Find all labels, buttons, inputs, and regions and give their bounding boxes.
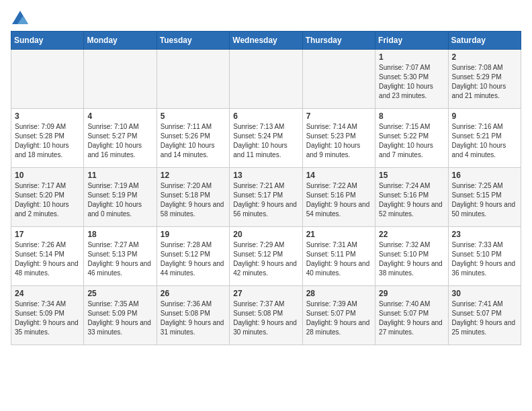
day-info: Sunrise: 7:28 AM Sunset: 5:12 PM Dayligh… bbox=[161, 240, 226, 278]
logo bbox=[11, 11, 28, 24]
calendar-cell: 11Sunrise: 7:19 AM Sunset: 5:19 PM Dayli… bbox=[84, 168, 157, 227]
day-info: Sunrise: 7:15 AM Sunset: 5:22 PM Dayligh… bbox=[379, 122, 444, 160]
day-number: 13 bbox=[233, 171, 298, 180]
day-number: 29 bbox=[379, 289, 444, 298]
day-info: Sunrise: 7:21 AM Sunset: 5:17 PM Dayligh… bbox=[233, 181, 298, 219]
calendar-header-row: SundayMondayTuesdayWednesdayThursdayFrid… bbox=[11, 32, 521, 50]
calendar-cell: 8Sunrise: 7:15 AM Sunset: 5:22 PM Daylig… bbox=[375, 109, 448, 168]
calendar-cell: 26Sunrise: 7:36 AM Sunset: 5:08 PM Dayli… bbox=[157, 286, 229, 345]
day-info: Sunrise: 7:34 AM Sunset: 5:09 PM Dayligh… bbox=[15, 300, 80, 337]
day-number: 26 bbox=[161, 289, 226, 298]
day-number: 24 bbox=[15, 289, 80, 298]
calendar-cell bbox=[84, 50, 157, 109]
calendar-cell: 7Sunrise: 7:14 AM Sunset: 5:23 PM Daylig… bbox=[302, 109, 375, 168]
day-info: Sunrise: 7:25 AM Sunset: 5:15 PM Dayligh… bbox=[452, 181, 517, 219]
day-number: 12 bbox=[161, 171, 226, 180]
calendar-week-row: 24Sunrise: 7:34 AM Sunset: 5:09 PM Dayli… bbox=[11, 286, 521, 345]
calendar-cell: 5Sunrise: 7:11 AM Sunset: 5:26 PM Daylig… bbox=[157, 109, 229, 168]
calendar-cell: 6Sunrise: 7:13 AM Sunset: 5:24 PM Daylig… bbox=[230, 109, 302, 168]
day-info: Sunrise: 7:35 AM Sunset: 5:09 PM Dayligh… bbox=[87, 300, 152, 337]
day-info: Sunrise: 7:31 AM Sunset: 5:11 PM Dayligh… bbox=[306, 240, 371, 278]
calendar-cell bbox=[11, 50, 84, 109]
calendar-cell: 25Sunrise: 7:35 AM Sunset: 5:09 PM Dayli… bbox=[84, 286, 157, 345]
day-number: 16 bbox=[452, 171, 517, 180]
day-info: Sunrise: 7:39 AM Sunset: 5:07 PM Dayligh… bbox=[306, 300, 371, 337]
day-number: 20 bbox=[233, 230, 298, 239]
calendar-cell: 20Sunrise: 7:29 AM Sunset: 5:12 PM Dayli… bbox=[230, 227, 302, 286]
col-header-thursday: Thursday bbox=[302, 32, 375, 50]
calendar-cell: 1Sunrise: 7:07 AM Sunset: 5:30 PM Daylig… bbox=[375, 50, 448, 109]
calendar-cell: 28Sunrise: 7:39 AM Sunset: 5:07 PM Dayli… bbox=[302, 286, 375, 345]
calendar-cell: 17Sunrise: 7:26 AM Sunset: 5:14 PM Dayli… bbox=[11, 227, 84, 286]
day-number: 10 bbox=[15, 171, 80, 180]
day-number: 14 bbox=[306, 171, 371, 180]
day-number: 27 bbox=[233, 289, 298, 298]
col-header-saturday: Saturday bbox=[448, 32, 521, 50]
calendar-cell: 29Sunrise: 7:40 AM Sunset: 5:07 PM Dayli… bbox=[375, 286, 448, 345]
calendar-cell: 12Sunrise: 7:20 AM Sunset: 5:18 PM Dayli… bbox=[157, 168, 229, 227]
calendar-cell: 15Sunrise: 7:24 AM Sunset: 5:16 PM Dayli… bbox=[375, 168, 448, 227]
day-number: 1 bbox=[379, 52, 444, 62]
calendar-cell: 23Sunrise: 7:33 AM Sunset: 5:10 PM Dayli… bbox=[448, 227, 521, 286]
day-number: 28 bbox=[306, 289, 371, 298]
col-header-monday: Monday bbox=[84, 32, 157, 50]
day-info: Sunrise: 7:09 AM Sunset: 5:28 PM Dayligh… bbox=[15, 122, 80, 160]
day-number: 17 bbox=[15, 230, 80, 239]
day-info: Sunrise: 7:17 AM Sunset: 5:20 PM Dayligh… bbox=[15, 181, 80, 219]
day-number: 5 bbox=[161, 111, 226, 121]
logo-icon bbox=[12, 11, 28, 24]
calendar-cell: 18Sunrise: 7:27 AM Sunset: 5:13 PM Dayli… bbox=[84, 227, 157, 286]
day-info: Sunrise: 7:27 AM Sunset: 5:13 PM Dayligh… bbox=[87, 240, 152, 278]
calendar-week-row: 1Sunrise: 7:07 AM Sunset: 5:30 PM Daylig… bbox=[11, 50, 521, 109]
day-info: Sunrise: 7:36 AM Sunset: 5:08 PM Dayligh… bbox=[161, 300, 226, 337]
day-info: Sunrise: 7:37 AM Sunset: 5:08 PM Dayligh… bbox=[233, 300, 298, 337]
day-info: Sunrise: 7:19 AM Sunset: 5:19 PM Dayligh… bbox=[87, 181, 152, 219]
day-number: 6 bbox=[233, 111, 298, 121]
day-number: 30 bbox=[452, 289, 517, 298]
calendar-table: SundayMondayTuesdayWednesdayThursdayFrid… bbox=[11, 31, 521, 345]
day-info: Sunrise: 7:40 AM Sunset: 5:07 PM Dayligh… bbox=[379, 300, 444, 337]
calendar-cell: 30Sunrise: 7:41 AM Sunset: 5:07 PM Dayli… bbox=[448, 286, 521, 345]
calendar-cell: 19Sunrise: 7:28 AM Sunset: 5:12 PM Dayli… bbox=[157, 227, 229, 286]
header bbox=[11, 11, 521, 24]
calendar-week-row: 10Sunrise: 7:17 AM Sunset: 5:20 PM Dayli… bbox=[11, 168, 521, 227]
calendar-cell: 9Sunrise: 7:16 AM Sunset: 5:21 PM Daylig… bbox=[448, 109, 521, 168]
calendar-cell: 16Sunrise: 7:25 AM Sunset: 5:15 PM Dayli… bbox=[448, 168, 521, 227]
calendar-cell: 10Sunrise: 7:17 AM Sunset: 5:20 PM Dayli… bbox=[11, 168, 84, 227]
day-number: 4 bbox=[87, 111, 152, 121]
day-info: Sunrise: 7:26 AM Sunset: 5:14 PM Dayligh… bbox=[15, 240, 80, 278]
calendar-cell bbox=[230, 50, 302, 109]
day-number: 23 bbox=[452, 230, 517, 239]
calendar-cell bbox=[157, 50, 229, 109]
day-info: Sunrise: 7:16 AM Sunset: 5:21 PM Dayligh… bbox=[452, 122, 517, 160]
calendar-cell: 24Sunrise: 7:34 AM Sunset: 5:09 PM Dayli… bbox=[11, 286, 84, 345]
calendar-cell: 22Sunrise: 7:32 AM Sunset: 5:10 PM Dayli… bbox=[375, 227, 448, 286]
day-info: Sunrise: 7:14 AM Sunset: 5:23 PM Dayligh… bbox=[306, 122, 371, 160]
calendar-cell: 13Sunrise: 7:21 AM Sunset: 5:17 PM Dayli… bbox=[230, 168, 302, 227]
day-number: 11 bbox=[87, 171, 152, 180]
day-info: Sunrise: 7:11 AM Sunset: 5:26 PM Dayligh… bbox=[161, 122, 226, 160]
day-number: 2 bbox=[452, 52, 517, 62]
day-number: 22 bbox=[379, 230, 444, 239]
day-info: Sunrise: 7:24 AM Sunset: 5:16 PM Dayligh… bbox=[379, 181, 444, 219]
col-header-wednesday: Wednesday bbox=[230, 32, 302, 50]
calendar-week-row: 3Sunrise: 7:09 AM Sunset: 5:28 PM Daylig… bbox=[11, 109, 521, 168]
col-header-tuesday: Tuesday bbox=[157, 32, 229, 50]
day-number: 3 bbox=[15, 111, 80, 121]
calendar-cell: 2Sunrise: 7:08 AM Sunset: 5:29 PM Daylig… bbox=[448, 50, 521, 109]
calendar-cell bbox=[302, 50, 375, 109]
day-info: Sunrise: 7:13 AM Sunset: 5:24 PM Dayligh… bbox=[233, 122, 298, 160]
calendar-cell: 3Sunrise: 7:09 AM Sunset: 5:28 PM Daylig… bbox=[11, 109, 84, 168]
day-number: 7 bbox=[306, 111, 371, 121]
day-number: 19 bbox=[161, 230, 226, 239]
calendar-cell: 14Sunrise: 7:22 AM Sunset: 5:16 PM Dayli… bbox=[302, 168, 375, 227]
calendar-cell: 21Sunrise: 7:31 AM Sunset: 5:11 PM Dayli… bbox=[302, 227, 375, 286]
day-number: 15 bbox=[379, 171, 444, 180]
calendar-cell: 27Sunrise: 7:37 AM Sunset: 5:08 PM Dayli… bbox=[230, 286, 302, 345]
day-number: 18 bbox=[87, 230, 152, 239]
day-info: Sunrise: 7:41 AM Sunset: 5:07 PM Dayligh… bbox=[452, 300, 517, 337]
calendar-week-row: 17Sunrise: 7:26 AM Sunset: 5:14 PM Dayli… bbox=[11, 227, 521, 286]
col-header-friday: Friday bbox=[375, 32, 448, 50]
day-number: 9 bbox=[452, 111, 517, 121]
day-number: 8 bbox=[379, 111, 444, 121]
